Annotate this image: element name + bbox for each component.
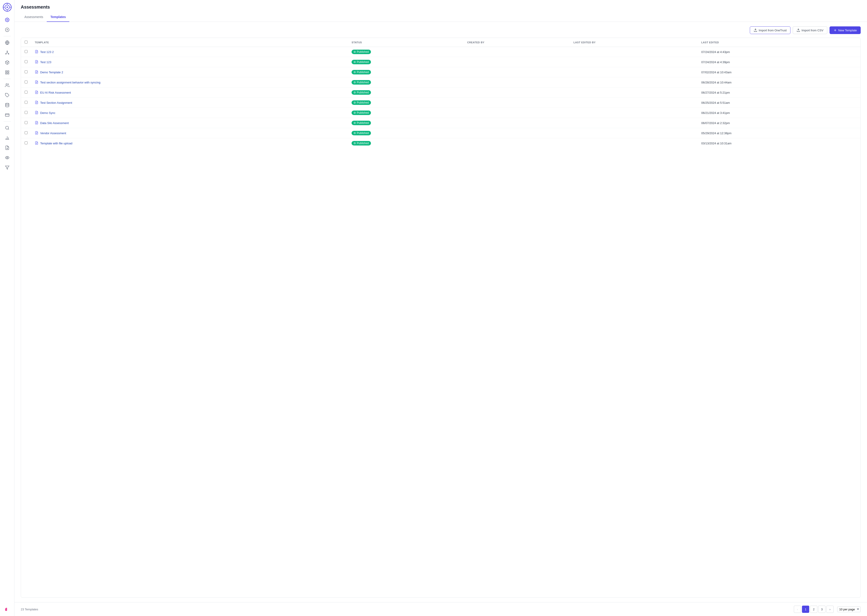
table-row: Test Section Assignment Published 06/25/…	[21, 97, 861, 108]
row-select-3[interactable]	[25, 80, 28, 83]
created-by-cell-4	[463, 88, 570, 97]
tag-icon[interactable]	[3, 91, 12, 100]
status-cell-5: Published	[348, 97, 463, 108]
grid-icon[interactable]	[3, 68, 12, 77]
svg-rect-37	[5, 609, 7, 611]
database-icon[interactable]	[3, 101, 12, 110]
eye-icon[interactable]	[3, 153, 12, 162]
select-all-checkbox[interactable]	[25, 41, 28, 44]
last-edited-by-cell-4	[570, 88, 698, 97]
last-edited-cell-4: 06/27/2024 at 5:21pm	[698, 88, 861, 97]
status-dot-3	[354, 82, 356, 83]
tab-templates[interactable]: Templates	[47, 13, 69, 22]
table-row: Vendor Assessment Published 05/29/2024 a…	[21, 128, 861, 138]
row-checkbox-4	[21, 88, 31, 97]
row-select-4[interactable]	[25, 91, 28, 94]
users-icon[interactable]	[3, 81, 12, 90]
created-by-cell-2	[463, 67, 570, 77]
import-csv-button[interactable]: Import from CSV	[793, 27, 827, 34]
row-select-2[interactable]	[25, 71, 28, 73]
last-edited-cell-9: 03/13/2024 at 10:31am	[698, 138, 861, 148]
svg-line-18	[7, 53, 9, 53]
hierarchy-icon[interactable]	[3, 48, 12, 57]
location-icon[interactable]	[3, 25, 12, 34]
template-name-7[interactable]: Data Silo Assessment	[35, 121, 344, 125]
column-last-edited: LAST EDITED	[698, 38, 861, 47]
status-cell-4: Published	[348, 88, 463, 97]
import-onetrust-label: Import from OneTrust	[759, 29, 787, 32]
table-row: Template with file upload Published 03/1…	[21, 138, 861, 148]
row-select-9[interactable]	[25, 141, 28, 145]
status-dot-6	[354, 112, 356, 114]
status-badge-9: Published	[352, 141, 371, 146]
row-select-8[interactable]	[25, 131, 28, 134]
tabs-container: Assessments Templates	[21, 13, 861, 22]
template-name-3[interactable]: Test section assignment behavior with sy…	[35, 80, 344, 85]
table-row: Test 123 Published 07/24/2024 at 4:39pm	[21, 57, 861, 67]
row-select-0[interactable]	[25, 50, 28, 53]
table-row: EU AI Risk Assessment Published 06/27/20…	[21, 88, 861, 97]
status-label-9: Published	[357, 141, 369, 145]
template-name-1[interactable]: Test 123	[35, 60, 344, 64]
tab-assessments[interactable]: Assessments	[21, 13, 47, 22]
svg-point-14	[5, 53, 6, 54]
template-icon-4	[35, 90, 38, 95]
created-by-cell-7	[463, 118, 570, 128]
table-row: Demo Sync Published 06/21/2024 at 3:41pm	[21, 108, 861, 118]
template-name-5[interactable]: Test Section Assignment	[35, 101, 344, 105]
templates-table-wrapper: TEMPLATE STATUS CREATED BY LAST EDITED B…	[21, 38, 861, 598]
template-icon-0	[35, 50, 38, 54]
logo[interactable]	[3, 3, 12, 12]
cube-icon[interactable]	[3, 58, 12, 67]
new-template-button[interactable]: New Template	[829, 27, 861, 34]
column-created-by: CREATED BY	[463, 38, 570, 47]
row-select-6[interactable]	[25, 111, 28, 114]
row-checkbox-8	[21, 128, 31, 138]
page-3-button[interactable]: 3	[818, 606, 826, 613]
file-shield-icon[interactable]	[3, 143, 12, 152]
svg-rect-23	[8, 73, 9, 74]
template-name-0[interactable]: Test 123 2	[35, 50, 344, 54]
globe-icon[interactable]	[3, 38, 12, 47]
created-by-cell-3	[463, 77, 570, 88]
svg-rect-21	[8, 71, 9, 72]
svg-line-30	[8, 129, 9, 130]
template-name-2[interactable]: Demo Template 2	[35, 70, 344, 74]
template-name-6[interactable]: Demo Sync	[35, 111, 344, 115]
status-dot-9	[354, 142, 356, 144]
last-edited-by-cell-0	[570, 47, 698, 57]
row-select-7[interactable]	[25, 121, 28, 124]
template-text-2: Demo Template 2	[40, 71, 63, 74]
template-text-0: Test 123 2	[40, 50, 54, 54]
status-label-3: Published	[357, 81, 369, 84]
next-page-button[interactable]: ›	[826, 606, 834, 613]
row-select-5[interactable]	[25, 101, 28, 104]
template-icon-7	[35, 121, 38, 125]
new-template-label: New Template	[838, 29, 857, 32]
row-select-1[interactable]	[25, 60, 28, 63]
template-name-8[interactable]: Vendor Assessment	[35, 131, 344, 135]
user-bottom-icon[interactable]	[3, 604, 12, 613]
per-page-select[interactable]: 10 per page 25 per page 50 per page	[837, 607, 861, 612]
chart-icon[interactable]	[3, 133, 12, 142]
status-cell-3: Published	[348, 77, 463, 88]
prev-page-button[interactable]: ‹	[794, 606, 801, 613]
import-onetrust-button[interactable]: Import from OneTrust	[750, 27, 790, 34]
template-icon-6	[35, 111, 38, 115]
last-edited-by-cell-2	[570, 67, 698, 77]
search-circle-icon[interactable]	[3, 123, 12, 132]
created-by-cell-5	[463, 97, 570, 108]
status-dot-5	[354, 102, 356, 104]
card-icon[interactable]	[3, 110, 12, 119]
page-1-button[interactable]: 1	[802, 606, 809, 613]
template-name-4[interactable]: EU AI Risk Assessment	[35, 90, 344, 95]
per-page-selector: 10 per page 25 per page 50 per page	[837, 607, 861, 612]
settings-icon[interactable]	[3, 15, 12, 24]
page-2-button[interactable]: 2	[810, 606, 817, 613]
svg-line-17	[6, 53, 7, 53]
filter-icon[interactable]	[3, 163, 12, 172]
status-cell-0: Published	[348, 47, 463, 57]
template-name-9[interactable]: Template with file upload	[35, 141, 344, 146]
svg-point-29	[5, 126, 8, 129]
toolbar: Import from OneTrust Import from CSV New…	[21, 27, 861, 34]
